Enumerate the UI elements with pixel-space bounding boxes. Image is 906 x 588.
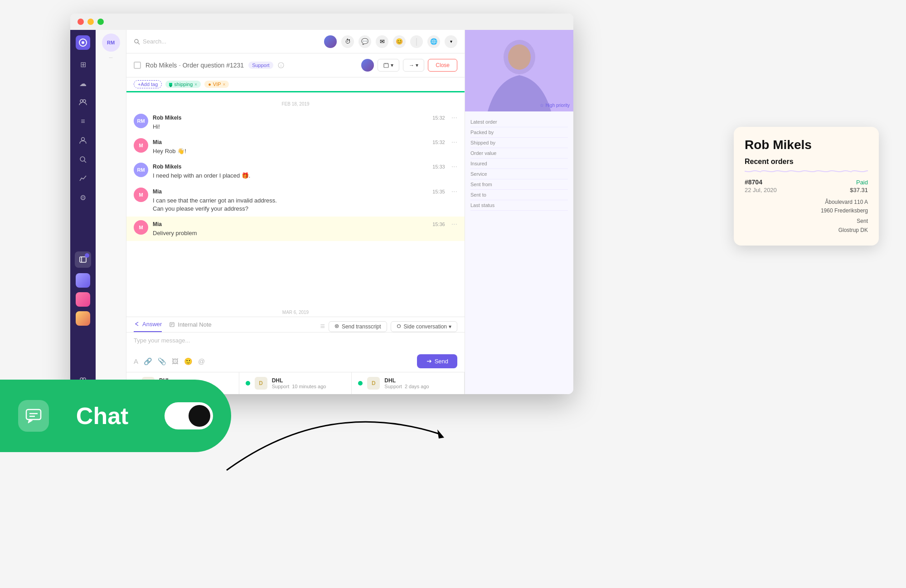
email-icon[interactable]: ✉: [376, 35, 388, 48]
msg-body-1: Rob Mikels 15:32 ··· Hi!: [153, 114, 457, 131]
msg-more-3[interactable]: ···: [451, 163, 457, 171]
avatar-mia-3: M: [134, 220, 148, 235]
svg-marker-29: [437, 429, 444, 439]
note-icon: [169, 322, 175, 328]
compose-input[interactable]: Type your message...: [126, 333, 465, 351]
chat-icon-wrapper: [18, 400, 49, 432]
msg-more-4[interactable]: ···: [451, 188, 457, 196]
sidebar-item-team[interactable]: [75, 94, 91, 111]
svg-rect-18: [170, 323, 174, 327]
conv-card-2[interactable]: D DHL Support 10 minutes ago: [239, 372, 352, 394]
tag-shipping[interactable]: ● shipping ×: [165, 81, 201, 88]
msg-body-2: Mia 15:32 ··· Hey Rob 👋!: [153, 138, 457, 155]
address-line1: Åboulevard 110 A: [745, 198, 868, 207]
transcript-icon: [334, 324, 340, 329]
minimize-button[interactable]: [87, 19, 94, 25]
sidebar-item-avatar1[interactable]: [75, 272, 91, 289]
attachment-icon[interactable]: 📎: [158, 357, 166, 366]
main-window: ⊞ ☁ ≡: [70, 14, 573, 394]
msg-text-3: I need help with an order I placed 🎁.: [153, 172, 457, 180]
sidebar-item-avatar3[interactable]: [75, 310, 91, 327]
sidebar-item-person[interactable]: [75, 132, 91, 149]
tag-remove-shipping[interactable]: ×: [194, 82, 197, 87]
sidebar-item-cloud[interactable]: ☁: [75, 75, 91, 92]
label-service: Service: [470, 171, 507, 177]
emoji-picker-icon[interactable]: 🙂: [184, 357, 193, 366]
recent-orders-label: Recent orders: [745, 158, 868, 166]
svg-point-2: [80, 100, 83, 102]
msg-sender-4: Mia: [153, 188, 162, 195]
mention-icon[interactable]: @: [198, 357, 205, 365]
compose-tab-right: ≡ Send transscript: [320, 321, 457, 332]
sidebar-item-active[interactable]: [75, 251, 91, 268]
hamburger-icon[interactable]: ≡: [320, 322, 325, 331]
sidebar-item-layers[interactable]: ≡: [75, 113, 91, 130]
main-content: Search... ⏱ 💬 ✉ 😊 | 🌐 ▾: [126, 30, 465, 394]
sidebar-item-avatar2[interactable]: [75, 291, 91, 308]
chat-icon-top[interactable]: 💬: [359, 35, 371, 48]
label-order-value: Order value: [470, 150, 507, 156]
conv-avatar-1[interactable]: RM: [102, 34, 120, 52]
msg-more-2[interactable]: ···: [451, 138, 457, 146]
customer-photo: ☆ High priority: [465, 30, 573, 111]
avatar-mia-1: M: [134, 138, 148, 153]
tag-vip[interactable]: ● VIP ×: [204, 81, 229, 88]
assignee-avatar[interactable]: [361, 59, 374, 72]
side-conv-icon: [397, 324, 402, 329]
field-insured: Insured: [470, 159, 568, 169]
msg-header-2: Mia 15:32 ···: [153, 138, 457, 146]
svg-point-1: [82, 41, 84, 44]
add-tag-button[interactable]: +Add tag: [134, 80, 162, 88]
tab-internal-note[interactable]: Internal Note: [169, 321, 211, 332]
svg-point-3: [83, 100, 86, 102]
chevron-icon[interactable]: ▾: [445, 35, 457, 48]
wavy-divider: [745, 169, 868, 173]
conv-card-3[interactable]: D DHL Support 2 days ago: [352, 372, 465, 394]
maximize-button[interactable]: [97, 19, 104, 25]
right-panel-details: Latest order Packed by Shipped by Order …: [465, 111, 573, 216]
sidebar-item-settings[interactable]: ⚙: [75, 189, 91, 206]
timer-icon[interactable]: ⏱: [341, 35, 354, 48]
search-placeholder: Search...: [143, 38, 166, 45]
msg-header-1: Rob Mikels 15:32 ···: [153, 114, 457, 122]
emoji-icon[interactable]: 😊: [393, 35, 406, 48]
user-avatar[interactable]: [324, 35, 337, 48]
label-sent-to: Sent to: [470, 192, 507, 198]
send-transcript-button[interactable]: Send transscript: [329, 321, 387, 332]
field-order-value: Order value: [470, 148, 568, 159]
side-conversation-button[interactable]: Side conversation ▾: [391, 321, 457, 332]
search-icon: [134, 39, 140, 45]
close-button[interactable]: [78, 19, 84, 25]
order-status: Paid: [856, 179, 868, 186]
conv-title-row: Rob Mikels - Order question #1231 Suppor…: [134, 59, 457, 72]
label-last-status: Last status: [470, 202, 507, 208]
image-icon[interactable]: 🖼: [172, 357, 179, 365]
label-insured: Insured: [470, 161, 507, 166]
msg-body-5: Mia 15:36 ··· Delivery problem: [153, 220, 457, 237]
msg-time-3: 15:33: [432, 164, 445, 169]
app-logo[interactable]: [76, 35, 90, 50]
sidebar-item-home[interactable]: ⊞: [75, 56, 91, 72]
format-bold-icon[interactable]: A: [134, 357, 138, 365]
link-icon[interactable]: 🔗: [144, 357, 152, 366]
sidebar-item-search[interactable]: [75, 151, 91, 168]
msg-more-5[interactable]: ···: [451, 220, 457, 228]
msg-time-2: 15:32: [432, 140, 445, 145]
customer-card: Rob Mikels Recent orders #8704 Paid 22 J…: [734, 127, 879, 246]
forward-button[interactable]: → ▾: [403, 59, 424, 72]
send-button[interactable]: Send: [417, 354, 457, 368]
chat-label: Chat: [76, 402, 129, 429]
msg-sender-1: Rob Mikels: [153, 115, 181, 121]
title-bar: [70, 14, 573, 30]
tags-row: +Add tag ● shipping × ● VIP ×: [126, 77, 465, 92]
calendar-button[interactable]: ▾: [378, 59, 399, 72]
conv-checkbox[interactable]: [134, 62, 141, 69]
sidebar-item-chart[interactable]: [75, 170, 91, 187]
close-button[interactable]: Close: [428, 59, 457, 72]
msg-more-1[interactable]: ···: [451, 114, 457, 122]
answer-icon: [134, 321, 140, 327]
msg-text-5: Delivery problem: [153, 229, 457, 237]
globe-icon[interactable]: 🌐: [427, 35, 440, 48]
tab-answer[interactable]: Answer: [134, 321, 162, 332]
tag-remove-vip[interactable]: ×: [223, 82, 226, 87]
